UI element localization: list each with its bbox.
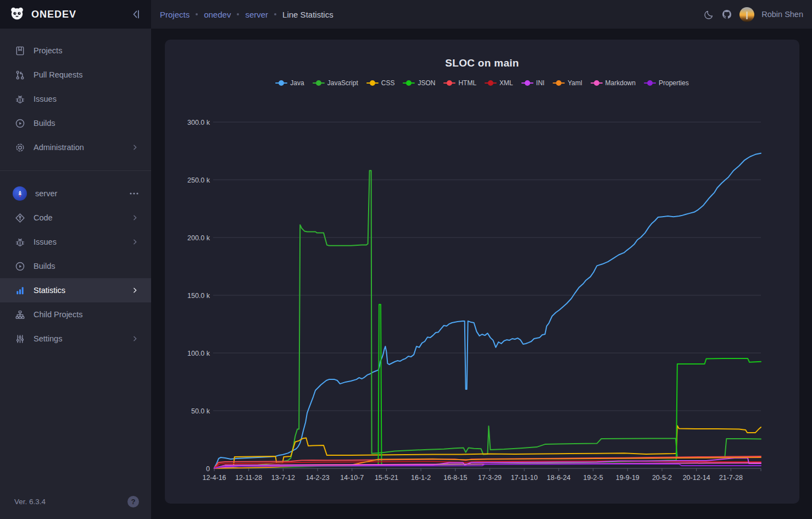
svg-text:13-7-12: 13-7-12 [271, 474, 295, 482]
rocket-avatar [13, 186, 27, 201]
svg-text:250.0 k: 250.0 k [187, 176, 210, 184]
app-window: ONEDEV ProjectsPull RequestsIssuesBuilds… [0, 0, 812, 519]
bug-icon [14, 93, 25, 104]
sidebar-item-projects[interactable]: Projects [0, 38, 151, 63]
sidebar-item-code-label: Code [34, 213, 123, 222]
topbar-actions: Robin Shen [704, 7, 803, 22]
series-line-javascript [214, 170, 761, 468]
sidebar-item-issues-label: Issues [34, 238, 123, 246]
sidebar-main-section: ProjectsPull RequestsIssuesBuildsAdminis… [0, 29, 151, 167]
svg-text:150.0 k: 150.0 k [187, 292, 210, 300]
svg-text:17-11-10: 17-11-10 [511, 474, 538, 482]
chevron-right-icon [131, 214, 139, 222]
sidebar-item-server[interactable]: server [0, 181, 151, 206]
sidebar-item-server-label: server [35, 189, 121, 198]
github-icon[interactable] [721, 9, 732, 20]
svg-text:0: 0 [206, 465, 210, 473]
sidebar-item-child-projects[interactable]: Child Projects [0, 302, 151, 327]
legend-item-markdown[interactable]: Markdown [591, 79, 636, 87]
legend-marker [366, 82, 379, 84]
svg-text:20-5-2: 20-5-2 [652, 474, 672, 482]
legend-marker [553, 82, 565, 84]
sidebar-item-code[interactable]: Code [0, 206, 151, 230]
svg-text:19-2-5: 19-2-5 [583, 474, 603, 482]
legend-item-java[interactable]: Java [275, 79, 304, 87]
sidebar-footer: Ver. 6.3.4 ? [0, 484, 151, 519]
play-circle-icon [14, 118, 25, 129]
user-avatar[interactable] [739, 7, 754, 22]
sidebar-item-child-projects-label: Child Projects [34, 310, 139, 319]
legend-item-html[interactable]: HTML [443, 79, 476, 87]
sidebar-item-projects-label: Projects [34, 46, 139, 55]
breadcrumb-projects[interactable]: Projects [160, 10, 190, 19]
sidebar-item-builds-label: Builds [34, 119, 139, 128]
breadcrumb-separator [274, 13, 276, 15]
chart-legend: JavaJavaScriptCSSJSONHTMLXMLINIYamlMarkd… [165, 79, 799, 87]
collapse-sidebar-icon[interactable] [130, 9, 141, 20]
breadcrumb-onedev[interactable]: onedev [204, 10, 231, 19]
legend-item-xml[interactable]: XML [485, 79, 513, 87]
legend-marker [313, 82, 325, 84]
legend-marker [443, 82, 455, 84]
legend-item-yaml[interactable]: Yaml [553, 79, 582, 87]
line-statistics-card: 050.0 k100.0 k150.0 k200.0 k250.0 k300.0… [165, 40, 799, 504]
legend-marker [591, 82, 603, 84]
projects-icon [14, 45, 25, 56]
svg-text:14-2-23: 14-2-23 [306, 474, 330, 482]
legend-label: JSON [418, 79, 435, 87]
legend-marker [644, 82, 656, 84]
help-icon[interactable]: ? [127, 496, 139, 507]
legend-label: Yaml [568, 79, 582, 87]
legend-label: JavaScript [327, 79, 358, 87]
svg-text:12-4-16: 12-4-16 [202, 474, 226, 482]
sidebar-item-issues[interactable]: Issues [0, 87, 151, 111]
legend-item-json[interactable]: JSON [403, 79, 435, 87]
dark-mode-moon-icon[interactable] [704, 9, 714, 20]
sloc-line-chart: 050.0 k100.0 k150.0 k200.0 k250.0 k300.0… [165, 40, 799, 504]
sidebar-header: ONEDEV [0, 0, 151, 29]
svg-text:12-11-28: 12-11-28 [235, 474, 262, 482]
svg-text:20-12-14: 20-12-14 [683, 474, 710, 482]
sidebar-item-issues[interactable]: Issues [0, 230, 151, 254]
breadcrumb: Projects onedev server Line Statistics [160, 10, 333, 19]
sidebar-item-builds[interactable]: Builds [0, 111, 151, 135]
legend-item-javascript[interactable]: JavaScript [313, 79, 358, 87]
legend-item-css[interactable]: CSS [366, 79, 395, 87]
sidebar-item-statistics[interactable]: Statistics [0, 278, 151, 302]
sidebar-item-settings[interactable]: Settings [0, 327, 151, 351]
onedev-logo-icon [9, 5, 25, 24]
sidebar-item-builds-label: Builds [34, 262, 139, 270]
chevron-right-icon [131, 143, 139, 151]
legend-item-properties[interactable]: Properties [644, 79, 689, 87]
legend-label: Markdown [605, 79, 636, 87]
sidebar-item-administration[interactable]: Administration [0, 135, 151, 159]
breadcrumb-separator [196, 13, 198, 15]
sidebar: ONEDEV ProjectsPull RequestsIssuesBuilds… [0, 0, 151, 519]
legend-item-ini[interactable]: INI [521, 79, 544, 87]
breadcrumb-server[interactable]: server [245, 10, 268, 19]
svg-text:50.0 k: 50.0 k [191, 407, 210, 415]
gear-icon [14, 142, 25, 153]
svg-text:200.0 k: 200.0 k [187, 234, 210, 242]
sidebar-item-pull-requests-label: Pull Requests [34, 70, 139, 79]
breadcrumb-separator [237, 13, 239, 15]
legend-marker [485, 82, 497, 84]
bar-chart-icon [14, 285, 25, 296]
sliders-icon [14, 333, 25, 344]
legend-label: HTML [458, 79, 476, 87]
legend-marker [403, 82, 415, 84]
sitemap-icon [14, 309, 25, 320]
svg-text:15-5-21: 15-5-21 [375, 474, 398, 482]
version-label: Ver. 6.3.4 [14, 498, 127, 506]
sidebar-item-pull-requests[interactable]: Pull Requests [0, 63, 151, 87]
bug-icon [14, 236, 25, 247]
ellipsis-menu-icon[interactable] [129, 192, 139, 195]
sidebar-item-builds[interactable]: Builds [0, 254, 151, 278]
pull-requests-icon [14, 69, 25, 80]
main-area: Projects onedev server Line Statistics [151, 0, 812, 519]
play-circle-icon [14, 261, 25, 272]
legend-label: CSS [381, 79, 395, 87]
svg-text:16-8-15: 16-8-15 [443, 474, 467, 482]
svg-text:19-9-19: 19-9-19 [616, 474, 639, 482]
svg-text:17-3-29: 17-3-29 [478, 474, 502, 482]
